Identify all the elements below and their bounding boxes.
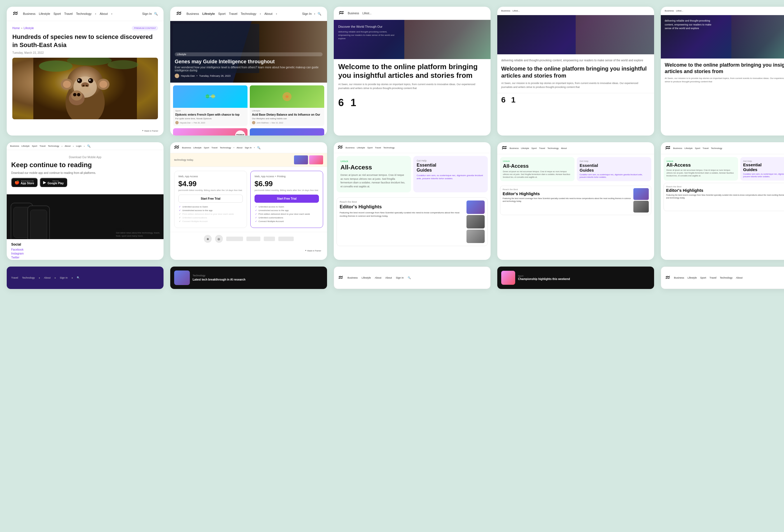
mini-title-2: Acid Base Dietary Balance and its Influe… (252, 113, 322, 116)
instagram-link[interactable]: Instagram (11, 252, 159, 255)
nav-travel-8[interactable]: Travel (539, 147, 545, 149)
nav-about-1[interactable]: About (100, 12, 108, 16)
nav-business-b3[interactable]: Business (347, 276, 358, 279)
nav-sport-2[interactable]: Sport (218, 12, 225, 16)
nav-travel-1[interactable]: Travel (64, 12, 73, 16)
article-title-1: Hundreds of species new to science disco… (12, 33, 158, 49)
nav-business-10[interactable]: Business (665, 9, 674, 12)
guides-title-6: Essential Guides (417, 163, 484, 173)
nav-business-5[interactable]: Business (182, 146, 191, 149)
nav-about-8[interactable]: About (561, 147, 567, 149)
nav-travel-11[interactable]: Travel (702, 147, 709, 149)
nav-lifestyle-b5[interactable]: Lifestyle (688, 276, 697, 279)
unlock-section-6: Unlock All-Access Donec at ipsum ac nisl… (337, 156, 411, 192)
mini-card-sport[interactable]: Sport Djokovic enters French Open with c… (173, 85, 248, 126)
nav-lifestyle-b3[interactable]: Lifestyle (362, 276, 371, 279)
sign-in-1[interactable]: Sign In (142, 12, 152, 16)
nav-business-2[interactable]: Business (187, 12, 199, 16)
nav-lifestyle-5[interactable]: Lifestyle (193, 146, 201, 149)
search-b3[interactable]: 🔍 (408, 276, 411, 279)
breadcrumb-category[interactable]: Lifestyle (24, 27, 34, 30)
nav-sport-8[interactable]: Sport (531, 147, 537, 149)
nav-about-5[interactable]: About (236, 146, 243, 149)
nav-items-2: Business Lifestyle Sport Travel Technolo… (187, 12, 298, 16)
nav-lifestyle-4[interactable]: Lifestyle (21, 145, 29, 147)
nav-sport-1[interactable]: Sport (54, 12, 61, 16)
nav-travel-b5[interactable]: Travel (709, 276, 717, 279)
nav-travel-6[interactable]: Travel (375, 146, 381, 149)
facebook-link[interactable]: Facebook (11, 248, 159, 251)
logo-6[interactable] (337, 144, 343, 151)
nav-lifestyle-11[interactable]: Lifestyle (684, 147, 693, 149)
nav-lifestyle-3[interactable]: Lifest... (363, 12, 371, 15)
nav-lifestyle-8[interactable]: Lifestyle (521, 147, 529, 149)
nav-lifestyle-6[interactable]: Lifestyle (357, 146, 365, 149)
logo-3[interactable] (338, 10, 344, 16)
nav-business-4[interactable]: Business (10, 145, 19, 147)
google-play-button[interactable]: ▶ Get it on Google Play (40, 178, 67, 187)
twitter-link[interactable]: Twitter (11, 256, 159, 259)
nav-technology-1[interactable]: Technology (76, 12, 91, 16)
sign-in-b1[interactable]: Sign In (60, 276, 67, 279)
nav-technology-11[interactable]: Technology (711, 147, 722, 149)
search-b1[interactable]: 🔍 (77, 276, 80, 279)
nav-about-b1[interactable]: About (44, 276, 51, 279)
nav-business-3[interactable]: Business (348, 12, 359, 15)
nav-business-7[interactable]: Business (501, 9, 510, 12)
logo-2[interactable] (176, 11, 182, 17)
start-trial-btn-1[interactable]: Start Free Trial (178, 195, 243, 203)
nav-technology-b1[interactable]: Technology (22, 276, 35, 279)
nav-technology-2[interactable]: Technology (241, 12, 256, 16)
nav-technology-8[interactable]: Technology (548, 147, 559, 149)
nav-sport-5[interactable]: Sport (204, 146, 209, 149)
nav-travel-5[interactable]: Travel (212, 146, 218, 149)
search-icon-1[interactable]: 🔍 (154, 12, 158, 16)
nav-business-6[interactable]: Business (345, 146, 355, 149)
nav-about-b5[interactable]: About (736, 276, 743, 279)
nav-technology-5[interactable]: Technology (220, 146, 231, 149)
nav-technology-b5[interactable]: Technology (720, 276, 733, 279)
nav-lifestyle-1[interactable]: Lifestyle (39, 12, 50, 16)
nav-sport-b5[interactable]: Sport (700, 276, 706, 279)
nav-sport-11[interactable]: Sport (695, 147, 700, 149)
nav-travel-2[interactable]: Travel (229, 12, 237, 16)
breadcrumb-home[interactable]: Home (12, 27, 20, 30)
sign-in-b3[interactable]: Sign In (396, 276, 404, 279)
logo-1[interactable] (12, 11, 19, 17)
logo-8[interactable] (501, 145, 507, 151)
nav-about-4[interactable]: About (65, 145, 71, 147)
mini-card-lifestyle[interactable]: Lifestyle Acid Base Dietary Balance and … (250, 85, 324, 126)
nav-business-8[interactable]: Business (510, 147, 519, 149)
start-trial-btn-2[interactable]: Start Free Trial (254, 195, 319, 203)
nav-sport-6[interactable]: Sport (367, 146, 373, 149)
nav-about-2[interactable]: About (264, 12, 273, 16)
nav-lifestyle-10[interactable]: Lifest... (676, 9, 683, 12)
nav-dot-b1: ● (39, 277, 40, 279)
search-icon-5[interactable]: 🔍 (257, 146, 260, 149)
search-icon-4[interactable]: 🔍 (87, 144, 90, 147)
logo-b3[interactable] (338, 275, 343, 281)
nav-business-b5[interactable]: Business (674, 276, 684, 279)
login-4[interactable]: Login (76, 145, 82, 147)
nav-travel-4[interactable]: Travel (39, 145, 46, 147)
logo-b5[interactable] (665, 275, 671, 281)
nav-lifestyle-7[interactable]: Lifest... (512, 9, 520, 12)
sign-in-2[interactable]: Sign In (302, 12, 312, 16)
mini-card-tech[interactable]: Technology Elon Musk's brain implant fir… (250, 128, 324, 136)
nav-travel-b1[interactable]: Travel (11, 276, 18, 279)
nav-about-b3[interactable]: About (375, 276, 382, 279)
search-icon-2[interactable]: 🔍 (317, 12, 321, 16)
nav-about2-b3[interactable]: About (385, 276, 392, 279)
mini-title-1: Djokovic enters French Open with chance … (175, 113, 245, 116)
mini-card-sport2[interactable]: Sport PREMIUMCO The Rays Are MLB's Best … (173, 128, 248, 136)
sign-in-5[interactable]: Sign In (245, 146, 252, 149)
nav-technology-4[interactable]: Technology (48, 145, 59, 147)
nav-business-1[interactable]: Business (23, 12, 35, 16)
logo-5[interactable] (174, 144, 180, 151)
app-store-button[interactable]: 🍎 Download on the App Store (11, 178, 37, 187)
nav-sport-4[interactable]: Sport (32, 145, 37, 147)
nav-technology-6[interactable]: Technology (383, 146, 394, 149)
nav-lifestyle-2[interactable]: Lifestyle (202, 12, 215, 16)
nav-business-11[interactable]: Business (673, 147, 682, 149)
logo-11[interactable] (665, 145, 671, 151)
